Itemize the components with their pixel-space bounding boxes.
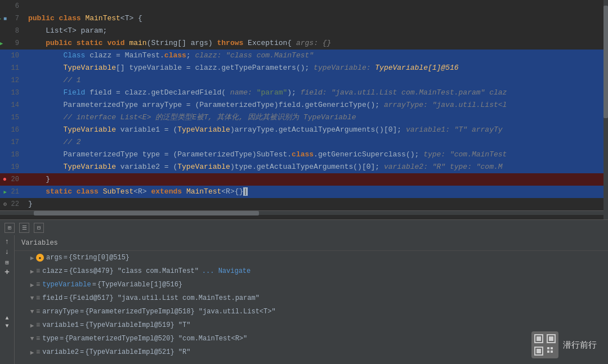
svg-rect-9	[551, 350, 553, 353]
typevariable-name: typeVariable	[42, 281, 91, 289]
typevariable-icon: ≡	[36, 281, 40, 289]
var-row-variable2[interactable]: ▶ ≡ variable2 = {TypeVariableImpl@521} "…	[15, 345, 608, 359]
add-variable-btn[interactable]: +	[5, 268, 10, 277]
run-icon-3[interactable]: ▶	[4, 189, 7, 195]
var-row-args[interactable]: ▶ ● args = {String[0]@515}	[15, 251, 608, 264]
watermark-text: 潜行前行	[563, 340, 597, 350]
code-line-16: 16 TypeVariable variable1 = (TypeVariabl…	[0, 124, 608, 136]
svg-rect-8	[547, 350, 549, 353]
error-icon: ●	[3, 176, 7, 183]
filter-btn[interactable]: ⊞	[5, 259, 9, 266]
var-row-type[interactable]: ▼ ≡ type = {ParameterizedTypeImpl@520} "…	[15, 332, 608, 345]
qr-code-icon	[534, 334, 556, 356]
navigate-link-clazz[interactable]: ... Navigate	[202, 267, 251, 275]
scroll-up-btn[interactable]: ▲	[5, 315, 8, 321]
code-line-7: ▶ ■ 7 public class MainTest<T> {	[0, 12, 608, 25]
code-line-13: 13 Field field = clazz.getDeclaredField(…	[0, 87, 608, 99]
watermark: 潜行前行	[531, 331, 597, 358]
variable2-icon: ≡	[36, 348, 40, 356]
bookmark-icon: ■	[3, 16, 7, 22]
left-panel-strip: ↑ ↓ ⊞ + ▲ ▼	[0, 235, 15, 364]
svg-rect-6	[547, 347, 549, 349]
code-line-14: 14 ParameterizedType arrayType = (Parame…	[0, 99, 608, 111]
layout3-icon[interactable]: ⊟	[34, 223, 44, 233]
code-line-21: ▶ 21 static class SubTest<R> extends Mai…	[0, 186, 608, 198]
code-line-18: 18 ParameterizedType type = (Parameteriz…	[0, 149, 608, 161]
variables-list[interactable]: ▶ ● args = {String[0]@515} ▶ ≡ clazz = {…	[15, 251, 608, 364]
code-line-9: ▶ 9 public static void main(String[] arg…	[0, 37, 608, 50]
angle-icon: ⊙	[3, 201, 7, 208]
var-row-variable1[interactable]: ▶ ≡ variable1 = {TypeVariableImpl@519} "…	[15, 318, 608, 332]
field-icon: ≡	[36, 294, 40, 302]
var-row-typevariable[interactable]: ▶ ≡ typeVariable = {TypeVariable[1]@516}	[15, 278, 608, 291]
code-line-6: 6	[0, 0, 608, 12]
code-line-11: 11 TypeVariable[] typeVariable = clazz.g…	[0, 62, 608, 74]
panel-header: Variables	[15, 235, 608, 251]
run-icon[interactable]: ▶	[0, 16, 1, 22]
svg-rect-1	[537, 336, 541, 341]
vertical-scrollbar[interactable]	[603, 0, 608, 219]
watermark-qr	[531, 331, 558, 358]
code-line-17: 17 // 2	[0, 136, 608, 149]
vscroll-thumb[interactable]	[603, 6, 608, 118]
svg-rect-7	[551, 347, 553, 349]
hscroll-thumb[interactable]	[34, 211, 259, 215]
code-line-8: 8 List<T> param;	[0, 25, 608, 37]
svg-rect-5	[537, 349, 541, 353]
var-row-arraytype[interactable]: ▼ ≡ arrayType = {ParameterizedTypeImpl@5…	[15, 305, 608, 318]
bottom-toolbar-strip: ⊞ ☰ ⊟	[0, 219, 608, 235]
code-line-15: 15 // interface List<E> 的泛型类型E被T, 其体化, 因…	[0, 111, 608, 124]
code-line-22: ⊙ 22 }	[0, 198, 608, 210]
variable1-icon: ≡	[36, 321, 40, 329]
panel-title: Variables	[21, 239, 58, 247]
args-icon: ●	[36, 254, 44, 262]
code-line-19: 19 TypeVariable variable2 = (TypeVariabl…	[0, 161, 608, 173]
code-line-12: 12 // 1	[0, 74, 608, 87]
layout2-icon[interactable]: ☰	[19, 223, 29, 233]
up-arrow-btn[interactable]: ↑	[5, 237, 10, 246]
variables-panel: Variables ▶ ● args = {String[0]@515} ▶	[15, 235, 608, 364]
run-icon-2[interactable]: ▶	[0, 41, 3, 47]
bottom-panel: ↑ ↓ ⊞ + ▲ ▼ Variables ▶ ● args	[0, 235, 608, 364]
down-arrow-btn[interactable]: ↓	[5, 248, 10, 256]
var-row-clazz[interactable]: ▶ ≡ clazz = {Class@479} "class com.MainT…	[15, 264, 608, 278]
layout1-icon[interactable]: ⊞	[5, 223, 15, 233]
code-line-20: ● 20 }	[0, 173, 608, 186]
code-line-10: 10 Class clazz = MainTest.class; clazz: …	[0, 50, 608, 62]
svg-rect-3	[549, 336, 553, 341]
spacer	[7, 279, 7, 280]
type-icon: ≡	[36, 335, 40, 343]
horizontal-scrollbar[interactable]	[0, 210, 608, 215]
scroll-down-btn[interactable]: ▼	[5, 323, 8, 329]
clazz-icon: ≡	[36, 267, 40, 275]
code-editor[interactable]: 6 ▶ ■ 7 public class MainTest<T> { 8 Lis…	[0, 0, 608, 219]
arraytype-icon: ≡	[36, 308, 40, 316]
var-row-field[interactable]: ▼ ≡ field = {Field@517} "java.util.List …	[15, 291, 608, 305]
